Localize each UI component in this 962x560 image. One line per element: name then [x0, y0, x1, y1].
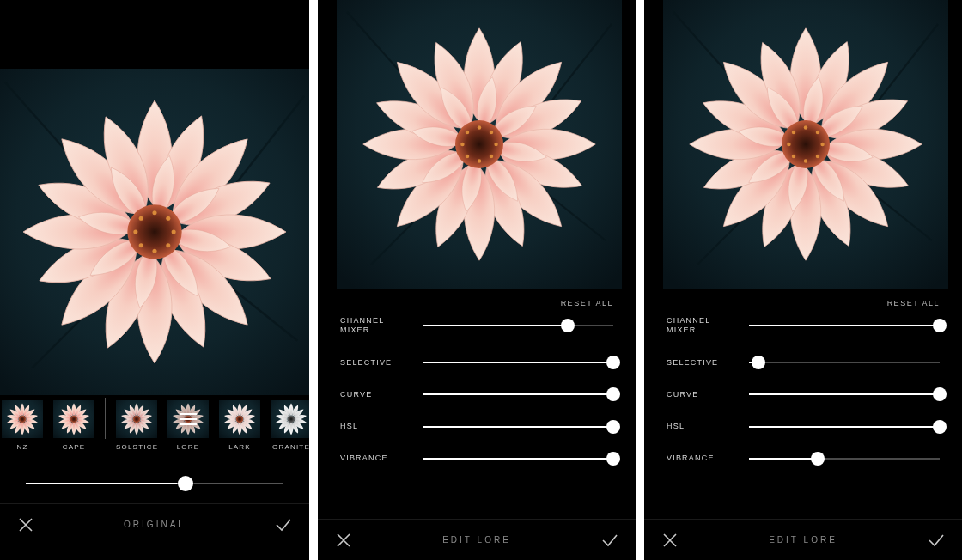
slider-selective[interactable] [423, 362, 613, 363]
slider-label: SELECTIVE [340, 358, 407, 368]
adjustment-sliders: CHANNEL MIXERSELECTIVECURVEHSLVIBRANCE [318, 313, 636, 464]
filter-thumb-cape[interactable]: CAPE [53, 400, 94, 451]
slider-selective[interactable] [749, 362, 940, 363]
filter-thumb-lore[interactable]: LORE [167, 400, 209, 451]
slider-label: CURVE [340, 390, 407, 399]
slider-label: SELECTIVE [667, 358, 734, 368]
slider-label: HSL [340, 422, 407, 431]
slider-hsl[interactable] [749, 426, 940, 428]
footer-title: ORIGINAL [124, 520, 186, 529]
filter-thumb-nz[interactable]: NZ [2, 400, 43, 451]
slider-label: VIBRANCE [667, 453, 734, 463]
filter-filmstrip: NZCAPESOLSTICELORELARKGRANITE [0, 395, 309, 464]
cancel-button[interactable] [15, 514, 36, 535]
slider-row-vibrance: VIBRANCE [667, 453, 940, 463]
edit-screen-default: RESET ALL CHANNEL MIXERSELECTIVECURVEHSL… [318, 0, 636, 560]
filmstrip-separator [105, 398, 106, 439]
slider-vibrance[interactable] [423, 458, 613, 460]
preview-image [663, 0, 948, 289]
reset-all-button[interactable]: RESET ALL [644, 289, 962, 313]
preview-image [337, 0, 622, 289]
slider-label: CHANNEL MIXER [667, 316, 734, 336]
svg-point-13 [70, 416, 77, 423]
slider-row-vibrance: VIBRANCE [340, 453, 613, 463]
filter-thumb-label: GRANITE [271, 443, 309, 451]
slider-vibrance[interactable] [749, 458, 940, 460]
bottom-bar: ORIGINAL [0, 503, 309, 545]
slider-row-selective: SELECTIVE [340, 358, 613, 368]
filter-thumb-label: NZ [2, 443, 43, 451]
slider-row-hsl: HSL [340, 422, 613, 431]
cancel-button[interactable] [333, 530, 354, 551]
adjust-icon [167, 400, 209, 438]
slider-row-channel_mixer: CHANNEL MIXER [340, 316, 613, 336]
footer-title: EDIT LORE [769, 535, 837, 545]
svg-point-15 [133, 416, 140, 423]
reset-all-button[interactable]: RESET ALL [318, 289, 636, 313]
slider-label: CHANNEL MIXER [340, 316, 407, 336]
filter-thumb-label: SOLSTICE [116, 443, 157, 451]
bottom-bar: EDIT LORE [644, 519, 962, 560]
preview-image [0, 69, 309, 395]
intensity-slider[interactable] [26, 483, 283, 484]
slider-row-channel_mixer: CHANNEL MIXER [667, 316, 940, 336]
footer-title: EDIT LORE [442, 535, 511, 545]
slider-hsl[interactable] [423, 426, 613, 428]
filter-thumb-label: CAPE [53, 443, 94, 451]
slider-label: HSL [667, 422, 734, 431]
cancel-button[interactable] [660, 530, 680, 551]
confirm-button[interactable] [926, 530, 947, 551]
filter-thumb-label: LORE [167, 443, 209, 451]
filter-picker-screen: NZCAPESOLSTICELORELARKGRANITE ORIGINAL [0, 0, 309, 560]
svg-point-21 [288, 416, 295, 423]
filter-thumb-lark[interactable]: LARK [219, 400, 260, 451]
adjustment-sliders: CHANNEL MIXERSELECTIVECURVEHSLVIBRANCE [644, 313, 962, 464]
filter-thumb-granite[interactable]: GRANITE [271, 400, 309, 451]
slider-row-curve: CURVE [667, 390, 940, 399]
slider-curve[interactable] [749, 393, 940, 395]
slider-row-selective: SELECTIVE [667, 358, 940, 368]
confirm-button[interactable] [600, 530, 620, 551]
svg-point-11 [19, 416, 26, 423]
bottom-bar: EDIT LORE [318, 519, 636, 560]
slider-row-hsl: HSL [667, 422, 940, 431]
svg-point-19 [236, 416, 243, 423]
slider-channel_mixer[interactable] [423, 325, 613, 326]
slider-label: VIBRANCE [340, 453, 407, 463]
slider-channel_mixer[interactable] [749, 325, 940, 326]
filter-thumb-label: LARK [219, 443, 260, 451]
confirm-button[interactable] [273, 514, 294, 535]
status-spacer [0, 0, 309, 69]
filter-intensity-row [0, 464, 309, 503]
slider-row-curve: CURVE [340, 390, 613, 399]
edit-screen-adjusted: RESET ALL CHANNEL MIXERSELECTIVECURVEHSL… [644, 0, 962, 560]
slider-curve[interactable] [423, 393, 613, 395]
filter-thumb-solstice[interactable]: SOLSTICE [116, 400, 157, 451]
slider-label: CURVE [667, 390, 734, 399]
